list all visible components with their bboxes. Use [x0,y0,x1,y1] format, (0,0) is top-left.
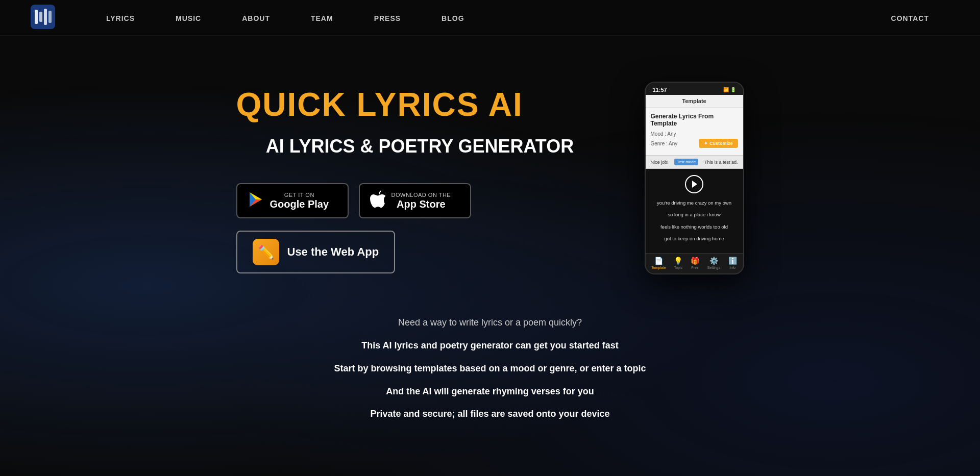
phone-status-icons: 📶 🔋 [723,87,736,92]
free-nav-label: Free [691,266,698,269]
svg-rect-1 [35,10,38,24]
desc-line-2: This AI lyrics and poetry generator can … [102,338,878,353]
phone-lyric-2: so long in a place i know [650,211,739,218]
desc-line-1: Need a way to write lyrics or a poem qui… [102,315,878,330]
nav-team[interactable]: TEAM [290,0,354,36]
hero-section: QUICK LYRICS AI AI LYRICS & POETRY GENER… [0,36,980,305]
navigation: LYRICS MUSIC ABOUT TEAM PRESS BLOG CONTA… [0,0,980,36]
google-play-text: GET IT ON Google Play [270,192,329,210]
template-nav-icon: 📄 [654,257,663,265]
google-play-name: Google Play [270,198,329,210]
nav-press[interactable]: PRESS [354,0,421,36]
nav-music[interactable]: MUSIC [155,0,222,36]
phone-content-area: Generate Lyrics From Template Mood : Any… [646,108,743,155]
svg-rect-4 [48,11,52,23]
logo[interactable] [31,5,86,31]
store-buttons-row: GET IT ON Google Play Download on the Ap… [236,183,604,218]
svg-rect-2 [39,12,42,22]
topic-nav-icon: 💡 [674,257,682,265]
phone-bottom-nav: 📄 Template 💡 Topic 🎁 Free ⚙️ Settings ℹ️… [646,253,743,273]
web-app-button[interactable]: ✏️ Use the Web App [236,231,396,273]
app-store-name: App Store [391,198,451,210]
template-nav-label: Template [651,266,666,269]
nav-about[interactable]: ABOUT [222,0,290,36]
phone-ad-text: This is a test ad. [704,160,738,165]
phone-nav-label: Template [682,98,706,104]
settings-nav-label: Settings [707,266,720,269]
google-play-button[interactable]: GET IT ON Google Play [236,183,349,218]
phone-lyric-4: got to keep on driving home [650,235,739,242]
hero-title: QUICK LYRICS AI [236,87,604,122]
google-play-get-it: GET IT ON [270,192,329,198]
phone-play-button[interactable] [685,175,703,193]
phone-test-badge: Test mode [674,159,698,165]
phone-genre-row: Genre : Any ✦ Customize [651,139,738,148]
phone-nav-info[interactable]: ℹ️ Info [728,257,737,269]
nav-links: LYRICS MUSIC ABOUT TEAM PRESS BLOG CONTA… [86,0,949,36]
phone-lyric-3: feels like nothing worlds too old [650,223,739,230]
phone-status-bar: 11:57 📶 🔋 [646,83,743,95]
nav-lyrics[interactable]: LYRICS [86,0,155,36]
phone-time: 11:57 [653,87,667,93]
phone-lyric-1: you're driving me crazy on my own [650,199,739,206]
phone-mood-label: Mood : Any [651,131,676,137]
hero-content: QUICK LYRICS AI AI LYRICS & POETRY GENER… [236,77,604,273]
phone-mockup: 11:57 📶 🔋 Template Generate Lyrics From … [645,82,744,274]
settings-nav-icon: ⚙️ [709,257,718,265]
app-store-get-it: Download on the [391,192,451,198]
phone-ad-nice: Nice job! [651,160,669,165]
phone-lyrics-section: you're driving me crazy on my own so lon… [646,169,743,253]
phone-nav-template[interactable]: 📄 Template [651,257,666,269]
phone-nav-topic[interactable]: 💡 Topic [674,257,682,269]
description-section: Need a way to write lyrics or a poem qui… [0,305,980,460]
phone-nav-bar: Template [646,95,743,108]
phone-ad-bar: Nice job! Test mode This is a test ad. [646,155,743,169]
web-app-icon: ✏️ [253,239,279,265]
phone-nav-settings[interactable]: ⚙️ Settings [707,257,720,269]
play-triangle-icon [692,181,697,188]
google-play-icon [248,191,264,210]
phone-genre-label: Genre : Any [651,141,678,146]
hero-subtitle: AI LYRICS & POETRY GENERATOR [236,135,604,159]
desc-line-3: Start by browsing templates based on a m… [102,361,878,376]
topic-nav-label: Topic [674,266,682,269]
app-store-button[interactable]: Download on the App Store [359,183,471,218]
apple-icon [370,190,385,211]
nav-contact[interactable]: CONTACT [871,0,949,36]
app-store-text: Download on the App Store [391,192,451,210]
info-nav-label: Info [729,266,736,269]
nav-blog[interactable]: BLOG [421,0,484,36]
svg-rect-3 [44,9,47,25]
web-app-label: Use the Web App [287,245,379,259]
phone-customize-button[interactable]: ✦ Customize [699,139,738,148]
desc-line-4: And the AI will generate rhyming verses … [102,384,878,399]
phone-nav-free[interactable]: 🎁 Free [691,257,699,269]
desc-line-5: Private and secure; all files are saved … [102,407,878,421]
phone-mood-row: Mood : Any [651,131,738,137]
info-nav-icon: ℹ️ [728,257,737,265]
free-nav-icon: 🎁 [691,257,699,265]
phone-section-title: Generate Lyrics From Template [651,113,738,127]
